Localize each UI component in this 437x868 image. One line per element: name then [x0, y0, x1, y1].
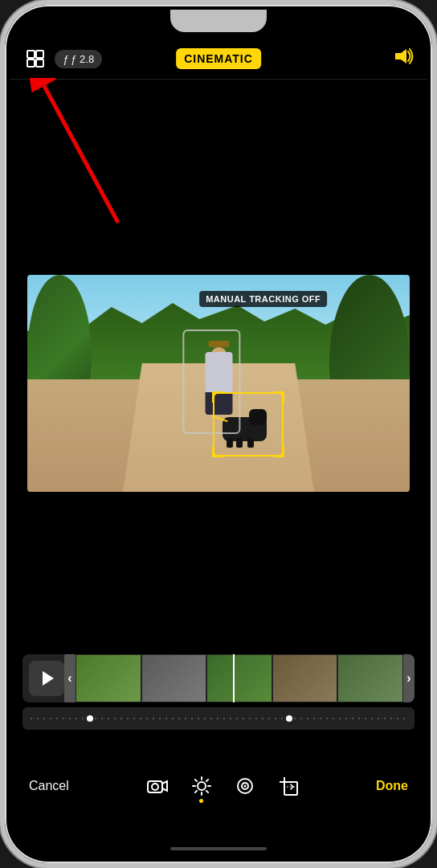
timeline-container: ‹ › — [22, 654, 415, 730]
filmstrip-frames[interactable] — [76, 654, 403, 702]
playhead — [233, 654, 235, 702]
frame-1 — [76, 654, 141, 702]
focus-button[interactable] — [235, 776, 255, 796]
done-button[interactable]: Done — [376, 779, 408, 793]
crop-button[interactable] — [278, 776, 299, 796]
scrubber-dots — [31, 718, 406, 719]
camera-effects-button[interactable] — [146, 777, 169, 795]
svg-line-16 — [206, 780, 208, 781]
svg-rect-2 — [27, 59, 35, 67]
dog-leg-3 — [247, 438, 254, 448]
scrubber-track[interactable] — [22, 707, 415, 730]
side-button-vol-up[interactable] — [0, 178, 3, 226]
person-hat — [208, 341, 229, 347]
scrubber-dot-2 — [286, 715, 292, 722]
side-button-mute[interactable] — [0, 133, 3, 166]
video-preview: MANUAL TRACKING OFF — [27, 275, 410, 492]
svg-line-15 — [206, 791, 208, 792]
tracking-icon[interactable] — [22, 46, 48, 72]
cinematic-badge[interactable]: CINEMATIC — [176, 48, 261, 69]
svg-point-9 — [198, 782, 206, 790]
manual-tracking-label: MANUAL TRACKING OFF — [199, 291, 327, 307]
aperture-f-symbol: ƒ — [63, 53, 68, 65]
svg-point-8 — [152, 784, 158, 790]
aperture-value: ƒ 2.8 — [71, 53, 94, 65]
svg-line-14 — [195, 780, 197, 781]
side-button-vol-down[interactable] — [0, 238, 3, 286]
bottom-toolbar: Cancel — [10, 754, 427, 818]
person-body — [205, 352, 232, 392]
frame-2 — [141, 654, 207, 702]
svg-rect-1 — [36, 51, 43, 58]
arrow-annotation — [30, 78, 150, 239]
svg-rect-3 — [36, 59, 43, 67]
play-button[interactable] — [29, 661, 64, 696]
dog-leg-2 — [236, 438, 243, 448]
aperture-badge[interactable]: ƒ ƒ 2.8 — [55, 50, 102, 68]
brightness-dot — [199, 799, 203, 803]
svg-line-6 — [44, 86, 118, 223]
bottom-icons-group — [146, 776, 299, 796]
play-icon — [43, 671, 54, 686]
cinematic-label: CINEMATIC — [184, 52, 253, 65]
timeline-strip[interactable]: ‹ › — [22, 654, 415, 702]
dog-head — [249, 409, 267, 425]
frame-5 — [337, 654, 403, 702]
scrubber-dot-1 — [87, 715, 93, 722]
side-button-power[interactable] — [434, 182, 437, 254]
speaker-icon[interactable] — [394, 47, 415, 70]
svg-line-17 — [195, 791, 197, 792]
top-toolbar: ƒ ƒ 2.8 CINEMATIC — [10, 39, 427, 79]
manual-tracking-text: MANUAL TRACKING OFF — [206, 294, 321, 304]
cancel-button[interactable]: Cancel — [29, 779, 69, 793]
filmstrip-bracket-right[interactable]: › — [403, 654, 415, 702]
dog-leg-1 — [227, 438, 233, 448]
svg-rect-0 — [27, 51, 35, 58]
screen: ƒ ƒ 2.8 CINEMATIC — [10, 10, 427, 858]
toolbar-left-group: ƒ ƒ 2.8 — [22, 46, 102, 72]
home-indicator — [170, 847, 267, 850]
toolbar-divider — [10, 79, 427, 80]
dog-figure — [218, 403, 279, 448]
frame-4 — [272, 654, 338, 702]
filmstrip-bracket-left[interactable]: ‹ — [64, 654, 76, 702]
phone-notch — [170, 10, 267, 32]
frame-3 — [206, 654, 272, 702]
svg-point-20 — [243, 785, 246, 788]
svg-marker-4 — [395, 49, 406, 63]
phone-frame: ƒ ƒ 2.8 CINEMATIC — [0, 0, 437, 868]
brightness-button[interactable] — [191, 776, 212, 796]
